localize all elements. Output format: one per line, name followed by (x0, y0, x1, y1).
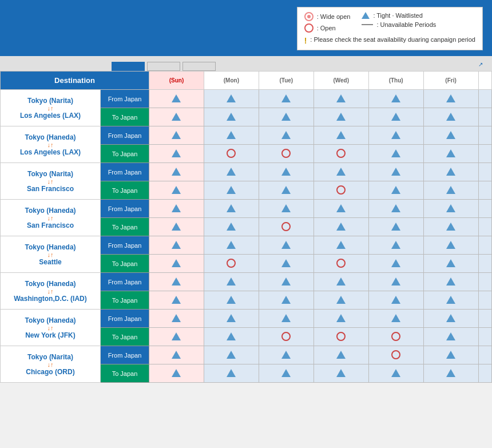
tab-may-jun[interactable] (182, 62, 216, 71)
avail-from-7-0[interactable] (149, 346, 204, 364)
avail-to-7-0[interactable] (149, 364, 204, 383)
avail-to-2-5[interactable] (423, 181, 478, 200)
avail-to-7-2[interactable] (259, 364, 314, 383)
avail-from-7-5[interactable] (423, 346, 478, 364)
avail-from-0-4[interactable] (368, 90, 423, 108)
avail-to-6-3[interactable] (314, 328, 368, 346)
avail-to-2-0[interactable] (149, 181, 204, 200)
tab-mar-apr[interactable] (147, 62, 180, 71)
avail-from-5-2[interactable] (259, 273, 314, 291)
avail-from-4-0[interactable] (149, 236, 204, 255)
avail-to-7-3[interactable] (314, 364, 368, 383)
avail-to-4-0[interactable] (149, 255, 204, 273)
avail-to-1-4[interactable] (368, 145, 423, 163)
avail-to-4-2[interactable] (259, 255, 314, 273)
avail-to-0-4[interactable] (368, 108, 423, 126)
avail-from-4-4[interactable] (368, 236, 423, 255)
avail-to-6-2[interactable] (259, 328, 314, 346)
avail-to-2-1[interactable] (204, 181, 259, 200)
avail-from-2-1[interactable] (204, 163, 259, 181)
avail-to-0-3[interactable] (314, 108, 368, 126)
avail-from-5-3[interactable] (314, 273, 368, 291)
avail-to-3-0[interactable] (149, 218, 204, 236)
avail-to-1-5[interactable] (423, 145, 478, 163)
avail-from-3-1[interactable] (204, 200, 259, 218)
avail-to-4-3[interactable] (314, 255, 368, 273)
avail-to-5-5[interactable] (423, 291, 478, 310)
avail-from-6-5[interactable] (423, 310, 478, 328)
avail-from-5-4[interactable] (368, 273, 423, 291)
avail-from-2-2[interactable] (259, 163, 314, 181)
avail-from-5-0[interactable] (149, 273, 204, 291)
avail-to-1-0[interactable] (149, 145, 204, 163)
avail-from-2-3[interactable] (314, 163, 368, 181)
avail-from-6-0[interactable] (149, 310, 204, 328)
avail-from-3-0[interactable] (149, 200, 204, 218)
avail-to-0-1[interactable] (204, 108, 259, 126)
avail-to-3-3[interactable] (314, 218, 368, 236)
avail-from-0-0[interactable] (149, 90, 204, 108)
avail-from-7-2[interactable] (259, 346, 314, 364)
avail-from-1-0[interactable] (149, 126, 204, 145)
avail-to-2-4[interactable] (368, 181, 423, 200)
avail-from-1-5[interactable] (423, 126, 478, 145)
avail-from-1-3[interactable] (314, 126, 368, 145)
avail-to-5-3[interactable] (314, 291, 368, 310)
avail-to-5-4[interactable] (368, 291, 423, 310)
avail-from-1-1[interactable] (204, 126, 259, 145)
avail-to-7-5[interactable] (423, 364, 478, 383)
avail-from-5-1[interactable] (204, 273, 259, 291)
avail-from-4-2[interactable] (259, 236, 314, 255)
avail-to-2-3[interactable] (314, 181, 368, 200)
avail-from-3-2[interactable] (259, 200, 314, 218)
avail-from-0-2[interactable] (259, 90, 314, 108)
avail-to-0-2[interactable] (259, 108, 314, 126)
avail-from-7-1[interactable] (204, 346, 259, 364)
avail-from-6-1[interactable] (204, 310, 259, 328)
avail-from-0-3[interactable] (314, 90, 368, 108)
avail-to-5-1[interactable] (204, 291, 259, 310)
avail-from-4-1[interactable] (204, 236, 259, 255)
avail-to-3-5[interactable] (423, 218, 478, 236)
avail-to-3-1[interactable] (204, 218, 259, 236)
avail-from-6-2[interactable] (259, 310, 314, 328)
avail-to-6-4[interactable] (368, 328, 423, 346)
avail-to-4-1[interactable] (204, 255, 259, 273)
avail-from-3-5[interactable] (423, 200, 478, 218)
avail-to-5-0[interactable] (149, 291, 204, 310)
avail-from-0-5[interactable] (423, 90, 478, 108)
avail-from-2-5[interactable] (423, 163, 478, 181)
avail-to-7-4[interactable] (368, 364, 423, 383)
avail-from-7-3[interactable] (314, 346, 368, 364)
avail-from-0-1[interactable] (204, 90, 259, 108)
avail-to-3-4[interactable] (368, 218, 423, 236)
avail-from-2-0[interactable] (149, 163, 204, 181)
avail-to-7-1[interactable] (204, 364, 259, 383)
avail-to-4-5[interactable] (423, 255, 478, 273)
avail-from-3-4[interactable] (368, 200, 423, 218)
avail-from-4-3[interactable] (314, 236, 368, 255)
avail-to-1-3[interactable] (314, 145, 368, 163)
avail-to-1-2[interactable] (259, 145, 314, 163)
avail-from-5-5[interactable] (423, 273, 478, 291)
avail-to-3-2[interactable] (259, 218, 314, 236)
avail-to-4-4[interactable] (368, 255, 423, 273)
avail-from-7-4[interactable] (368, 346, 423, 364)
avail-to-6-1[interactable] (204, 328, 259, 346)
avail-to-1-1[interactable] (204, 145, 259, 163)
avail-from-1-2[interactable] (259, 126, 314, 145)
avail-to-2-2[interactable] (259, 181, 314, 200)
avail-from-6-4[interactable] (368, 310, 423, 328)
avail-to-0-0[interactable] (149, 108, 204, 126)
avail-to-0-5[interactable] (423, 108, 478, 126)
avail-to-6-5[interactable] (423, 328, 478, 346)
avail-to-5-2[interactable] (259, 291, 314, 310)
avail-from-6-3[interactable] (314, 310, 368, 328)
to-direction-1: To Japan (101, 145, 149, 163)
avail-from-3-3[interactable] (314, 200, 368, 218)
avail-from-4-5[interactable] (423, 236, 478, 255)
avail-to-6-0[interactable] (149, 328, 204, 346)
avail-from-1-4[interactable] (368, 126, 423, 145)
tab-jan-feb[interactable] (112, 62, 145, 71)
avail-from-2-4[interactable] (368, 163, 423, 181)
